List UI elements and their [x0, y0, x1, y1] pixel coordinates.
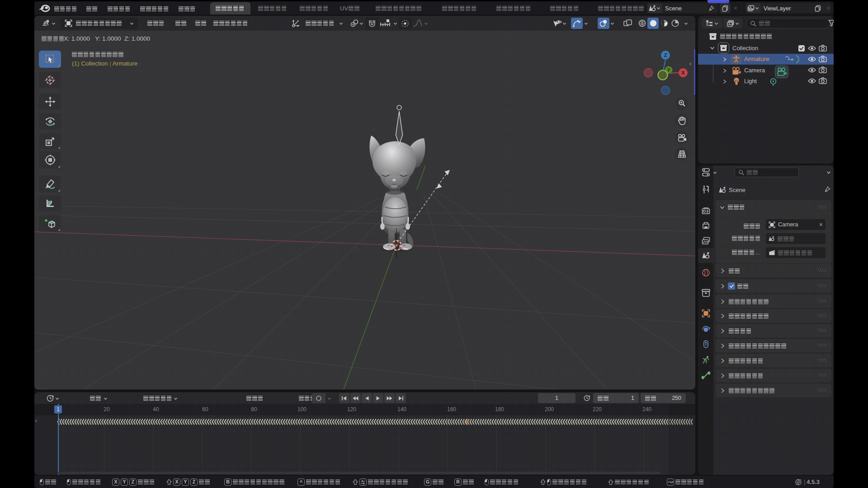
- svg-text:Z: Z: [664, 52, 667, 58]
- svg-text:Y: Y: [667, 68, 670, 73]
- svg-text:X: X: [681, 70, 685, 75]
